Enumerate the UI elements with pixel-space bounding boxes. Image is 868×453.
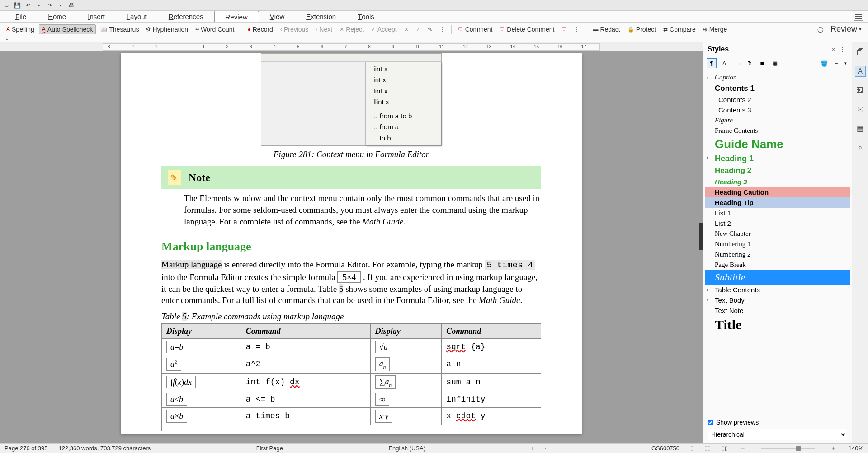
zoom-slider[interactable] [761,448,815,449]
show-previews-checkbox[interactable]: Show previews [708,419,847,426]
menu-file[interactable]: File [5,11,37,22]
expand-icon[interactable]: › [707,297,708,303]
qat-redo-dropdown-icon[interactable]: ▾ [57,2,64,9]
menu-home[interactable]: Home [37,11,77,22]
horizontal-ruler[interactable]: 3211234567891011121314151617 [0,42,703,51]
compare-button[interactable]: ⇄Compare [660,25,698,34]
status-view-multi-icon[interactable]: ▯▯ [704,445,711,452]
zoom-in-button[interactable]: + [830,444,837,453]
style-item[interactable]: Text Note [705,305,850,316]
accept-button[interactable]: ✓Accept [368,25,400,34]
style-item[interactable]: Heading Caution [705,187,850,197]
merge-button[interactable]: ⊕Merge [700,25,730,34]
zoom-value[interactable]: 140% [849,445,863,452]
paragraph-styles-tab[interactable]: ¶ [707,58,717,68]
status-insert-mode[interactable]: I [531,445,533,452]
table-styles-tab[interactable]: ▦ [770,58,780,68]
panel-split-handle[interactable] [699,223,703,250]
style-item[interactable]: New Chapter [705,229,850,239]
comment-nav-button[interactable]: 🗨 [559,25,570,33]
record-button[interactable]: ●Record [245,25,276,34]
style-actions-dropdown[interactable]: ▾ [843,58,848,68]
status-page-style[interactable]: First Page [256,445,283,452]
status-selection-mode[interactable]: ▫ [544,445,546,452]
expand-icon[interactable]: › [707,155,708,160]
auto-spellcheck-button[interactable]: AAuto Spellcheck [39,24,96,34]
menu-insert[interactable]: Insert [77,11,116,22]
style-item[interactable]: ›Caption [705,72,850,83]
style-item[interactable]: Page Break [705,260,850,270]
reject-all-button[interactable]: ✕ [401,25,411,33]
comment-button[interactable]: 🗨Comment [455,25,495,34]
previous-button[interactable]: ‹Previous [278,25,311,34]
status-word-count[interactable]: 122,360 words, 703,729 characters [58,445,151,452]
style-item[interactable]: Numbering 2 [705,249,850,260]
style-item[interactable]: List 2 [705,218,850,229]
style-item[interactable]: ›Table Contents [705,285,850,295]
zoom-out-button[interactable]: − [739,444,746,453]
styles-list[interactable]: ›CaptionContents 1Contents 2Contents 3Fi… [703,70,852,416]
new-style-icon[interactable]: ＋ [831,58,841,68]
expand-icon[interactable]: › [707,287,708,292]
style-item[interactable]: Contents 2 [705,94,850,105]
zoom-thumb[interactable] [796,446,801,451]
gallery-tab-icon[interactable]: 🖼 [855,85,866,96]
menu-tools[interactable]: Tools [347,11,385,22]
style-item[interactable]: Heading 3 [705,177,850,187]
status-view-book-icon[interactable]: ▯▯ [722,445,728,452]
spelling-button[interactable]: ASpelling [4,25,37,34]
menu-layout[interactable]: Layout [116,11,158,22]
inspector-tab-icon[interactable]: ⌕ [855,142,866,153]
protect-button[interactable]: 🔒Protect [625,25,659,34]
style-item[interactable]: ›Heading 1 [705,153,850,165]
review-dropdown[interactable]: Review ▾ [828,23,864,35]
style-item[interactable]: Heading Tip [705,197,850,208]
qat-save-icon[interactable]: 💾 [14,2,21,9]
menu-review[interactable]: Review [214,11,259,22]
styles-tab-icon[interactable]: A [855,66,866,77]
next-button[interactable]: ›Next [313,25,335,34]
character-styles-tab[interactable]: A [719,58,729,68]
status-language[interactable]: English (USA) [388,445,425,452]
reject-button[interactable]: ✕Reject [337,25,367,34]
style-item[interactable]: List 1 [705,208,850,218]
style-item[interactable]: Numbering 1 [705,239,850,249]
style-item[interactable]: Subtitle [705,270,850,285]
style-item[interactable]: Heading 2 [705,165,850,177]
status-page[interactable]: Page 276 of 395 [5,445,47,452]
track-changes-dropdown[interactable]: ✎ [425,25,435,33]
qat-redo-icon[interactable]: ↷ [46,2,53,9]
style-item[interactable]: Title [705,316,850,334]
menu-extension[interactable]: Extension [295,11,347,22]
expand-icon[interactable]: › [707,75,708,80]
frame-styles-tab[interactable]: ▭ [732,58,742,68]
word-count-button[interactable]: ¹²Word Count [193,25,237,34]
menu-view[interactable]: View [259,11,296,22]
style-item[interactable]: Contents 1 [705,83,850,94]
styles-close-icon[interactable]: × [829,46,838,53]
comment-menu[interactable]: ⋮ [571,25,582,33]
style-item[interactable]: Figure [705,115,850,126]
delete-comment-button[interactable]: 🗨Delete Comment [497,25,557,34]
document-scroll[interactable]: iiint xlint xllint xlllint x... from a t… [0,51,703,443]
page-tab-icon[interactable]: ▤ [855,123,866,134]
qat-print-icon[interactable]: 🖶 [68,2,75,9]
navigator-tab-icon[interactable]: ☉ [855,104,866,115]
tab-stop-icon[interactable]: └ [5,37,8,42]
list-styles-tab[interactable]: ≣ [757,58,767,68]
track-menu[interactable]: ⋮ [437,25,448,33]
fill-format-icon[interactable]: 🪣 [819,58,829,68]
accept-all-button[interactable]: ✓ [413,25,423,33]
styles-filter-select[interactable]: Hierarchical [708,429,847,440]
show-previews-input[interactable] [708,420,713,425]
style-item[interactable]: ›Text Body [705,295,850,305]
qat-undo-icon[interactable]: ↶ [24,2,32,9]
menubar-overflow-button[interactable] [854,13,863,21]
style-item[interactable]: Guide Name [705,136,850,153]
page-styles-tab[interactable]: 🗎 [745,58,755,68]
thesaurus-button[interactable]: 📖Thesaurus [98,25,142,34]
help-button[interactable]: ◯ [815,25,826,33]
status-view-single-icon[interactable]: ▯ [690,445,693,452]
qat-new-icon[interactable]: ▱ [3,2,10,9]
hyphenation-button[interactable]: ﬆHyphenation [143,25,191,34]
